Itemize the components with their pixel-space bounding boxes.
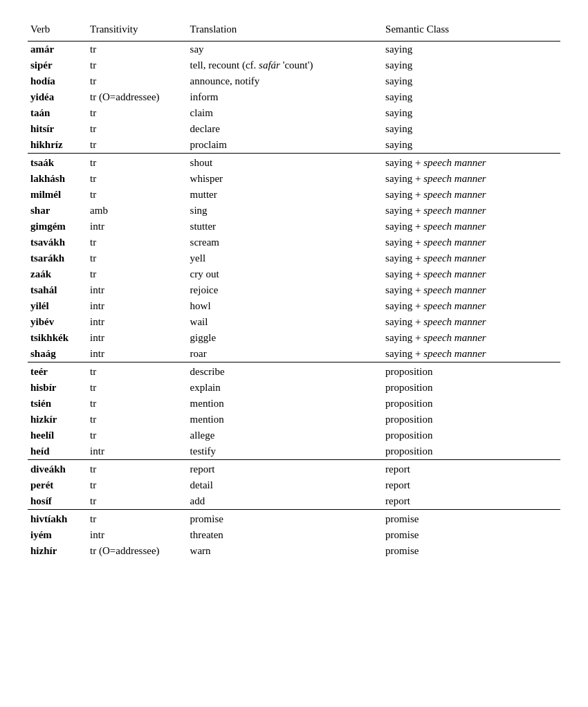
semantic-class-cell: proposition — [383, 380, 560, 396]
translation-cell: threaten — [187, 527, 383, 543]
transitivity-cell: tr — [87, 266, 187, 282]
table-row: hisbírtrexplainproposition — [28, 380, 560, 396]
transitivity-cell: amb — [87, 203, 187, 219]
table-row: hodíatrannounce, notifysaying — [28, 73, 560, 89]
transitivity-cell: tr — [87, 105, 187, 121]
verb-cell: teér — [28, 362, 87, 380]
table-row: teértrdescribeproposition — [28, 362, 560, 380]
table-row: tsavákhtrscreamsaying + speech manner — [28, 235, 560, 250]
translation-cell: add — [187, 493, 383, 510]
semantic-class-cell: saying + speech manner — [383, 235, 560, 250]
table-row: sipértrtell, recount (cf. safár 'count')… — [28, 57, 560, 73]
table-row: tsiéntrmentionproposition — [28, 396, 560, 412]
transitivity-cell: tr — [87, 477, 187, 493]
table-row: taántrclaimsaying — [28, 105, 560, 121]
table-row: tsarákhtryellsaying + speech manner — [28, 250, 560, 266]
translation-cell: tell, recount (cf. safár 'count') — [187, 57, 383, 73]
translation-cell: giggle — [187, 330, 383, 346]
transitivity-cell: intr — [87, 219, 187, 235]
semantic-class-cell: proposition — [383, 396, 560, 412]
verb-cell: shar — [28, 203, 87, 219]
semantic-class-cell: promise — [383, 527, 560, 543]
verb-cell: amár — [28, 42, 87, 58]
transitivity-cell: intr — [87, 282, 187, 298]
table-row: iyémintrthreatenpromise — [28, 527, 560, 543]
transitivity-cell: tr — [87, 137, 187, 154]
verb-cell: zaák — [28, 266, 87, 282]
table-row: amártrsaysaying — [28, 42, 560, 58]
verb-cell: hodía — [28, 73, 87, 89]
verb-cell: hizkír — [28, 412, 87, 428]
translation-cell: claim — [187, 105, 383, 121]
translation-cell: explain — [187, 380, 383, 396]
semantic-class-cell: saying + speech manner — [383, 171, 560, 187]
translation-cell: wail — [187, 314, 383, 330]
verb-cell: hisbír — [28, 380, 87, 396]
semantic-class-cell: saying + speech manner — [383, 154, 560, 172]
col-semantic-class: Semantic Class — [383, 21, 560, 42]
transitivity-cell: intr — [87, 443, 187, 460]
table-row: hikhríztrproclaimsaying — [28, 137, 560, 154]
semantic-class-cell: saying + speech manner — [383, 250, 560, 266]
translation-cell: mutter — [187, 187, 383, 203]
table-row: yibévintrwailsaying + speech manner — [28, 314, 560, 330]
translation-cell: warn — [187, 543, 383, 559]
transitivity-cell: tr — [87, 428, 187, 443]
verb-cell: tsién — [28, 396, 87, 412]
verb-cell: lakhásh — [28, 171, 87, 187]
verb-cell: milmél — [28, 187, 87, 203]
semantic-class-cell: saying + speech manner — [383, 314, 560, 330]
verb-cell: perét — [28, 477, 87, 493]
semantic-class-cell: promise — [383, 510, 560, 528]
table-row: gimgémintrstuttersaying + speech manner — [28, 219, 560, 235]
transitivity-cell: tr (O=addressee) — [87, 543, 187, 559]
verb-cell: tsaák — [28, 154, 87, 172]
verb-cell: yibév — [28, 314, 87, 330]
verb-cell: yidéa — [28, 89, 87, 105]
translation-cell: mention — [187, 412, 383, 428]
transitivity-cell: tr — [87, 187, 187, 203]
semantic-class-cell: report — [383, 493, 560, 510]
translation-cell: howl — [187, 298, 383, 314]
semantic-class-cell: proposition — [383, 428, 560, 443]
table-row: diveákhtrreportreport — [28, 460, 560, 478]
verb-cell: gimgém — [28, 219, 87, 235]
verb-cell: heíd — [28, 443, 87, 460]
table-row: tsikhkékintrgigglesaying + speech manner — [28, 330, 560, 346]
semantic-class-cell: saying — [383, 105, 560, 121]
transitivity-cell: tr — [87, 510, 187, 528]
table-row: heelíltrallegeproposition — [28, 428, 560, 443]
semantic-class-cell: saying + speech manner — [383, 282, 560, 298]
translation-cell: testify — [187, 443, 383, 460]
verb-cell: sipér — [28, 57, 87, 73]
transitivity-cell: intr — [87, 330, 187, 346]
translation-cell: mention — [187, 396, 383, 412]
transitivity-cell: tr (O=addressee) — [87, 89, 187, 105]
transitivity-cell: tr — [87, 171, 187, 187]
verb-cell: shaág — [28, 346, 87, 362]
semantic-class-cell: saying — [383, 89, 560, 105]
semantic-class-cell: saying — [383, 73, 560, 89]
table-row: tsahálintrrejoicesaying + speech manner — [28, 282, 560, 298]
verb-cell: iyém — [28, 527, 87, 543]
semantic-class-cell: promise — [383, 543, 560, 559]
table-row: hosíftraddreport — [28, 493, 560, 510]
translation-cell: proclaim — [187, 137, 383, 154]
semantic-class-cell: saying + speech manner — [383, 187, 560, 203]
transitivity-cell: tr — [87, 362, 187, 380]
table-row: hitsírtrdeclaresaying — [28, 121, 560, 137]
transitivity-cell: tr — [87, 493, 187, 510]
translation-cell: describe — [187, 362, 383, 380]
semantic-class-cell: saying + speech manner — [383, 219, 560, 235]
semantic-class-cell: report — [383, 460, 560, 478]
table-row: milméltrmuttersaying + speech manner — [28, 187, 560, 203]
semantic-class-cell: saying — [383, 42, 560, 58]
verb-cell: diveákh — [28, 460, 87, 478]
semantic-class-cell: saying — [383, 137, 560, 154]
transitivity-cell: intr — [87, 314, 187, 330]
translation-cell: stutter — [187, 219, 383, 235]
transitivity-cell: tr — [87, 250, 187, 266]
semantic-class-cell: saying + speech manner — [383, 203, 560, 219]
semantic-class-cell: saying + speech manner — [383, 298, 560, 314]
verb-cell: tsavákh — [28, 235, 87, 250]
